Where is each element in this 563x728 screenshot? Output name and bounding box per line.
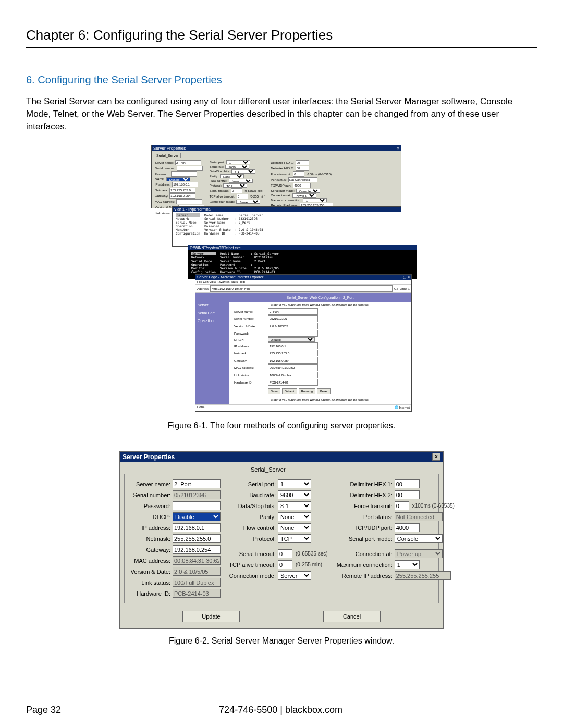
mgr-flow[interactable]: None xyxy=(229,179,253,183)
mgr-ft-hint: x100ms (0-65535) xyxy=(306,172,332,176)
web-lbl: MAC address: xyxy=(234,366,265,369)
lbl-password: Password: xyxy=(130,503,170,509)
lbl-ip: IP address: xyxy=(130,525,170,531)
mgr-d1[interactable] xyxy=(296,160,309,165)
mgr-ip[interactable] xyxy=(172,182,198,187)
telnet-menu-item[interactable]: Monitor xyxy=(191,266,216,270)
page-number: Page 32 xyxy=(26,705,61,715)
force-transmit-input[interactable] xyxy=(395,501,409,510)
telnet-menu-item[interactable]: Configuration xyxy=(191,270,216,274)
connection-mode-select[interactable]: Server xyxy=(278,571,311,580)
parity-select[interactable]: None xyxy=(278,512,311,521)
delimiter-hex-1-input[interactable] xyxy=(395,479,420,488)
mgr-ta-hint: (0-255 min) xyxy=(250,195,266,198)
tab-serial-server[interactable]: Serial_Server xyxy=(244,465,292,474)
password-input[interactable] xyxy=(173,501,221,510)
web-dhcp[interactable]: Disable xyxy=(268,337,315,342)
mgr-netmask[interactable] xyxy=(169,188,195,193)
web-save-button[interactable]: Save xyxy=(268,388,280,394)
close-icon[interactable]: × xyxy=(432,453,440,461)
mgr-cm[interactable]: Server xyxy=(236,200,260,204)
lbl-spm: Serial port mode: xyxy=(335,536,393,542)
console-menu-item[interactable]: Network xyxy=(176,217,200,220)
server-name-input[interactable] xyxy=(173,479,221,488)
browser-menubar[interactable]: File Edit View Favorites Tools Help xyxy=(195,280,411,285)
mgr-proto[interactable]: TCP xyxy=(223,183,247,188)
dhcp-select[interactable]: Disable xyxy=(173,512,221,521)
manager-tab[interactable]: Serial_Server xyxy=(154,153,181,158)
mgr-dhcp[interactable]: Disable xyxy=(166,177,190,181)
telnet-field-label: Model Name xyxy=(220,252,247,255)
flow-control-select[interactable]: None xyxy=(278,523,311,532)
serial-port-mode-select[interactable]: Console xyxy=(395,534,443,543)
browser-window-buttons[interactable]: ▢ × xyxy=(403,275,410,279)
web-default-button[interactable]: Default xyxy=(282,388,297,394)
update-button[interactable]: Update xyxy=(182,611,240,622)
mgr-parity[interactable]: None xyxy=(220,174,244,178)
web-password[interactable] xyxy=(268,330,318,337)
ip-address-input[interactable] xyxy=(173,523,221,532)
mgr-mc[interactable]: 1 xyxy=(303,198,327,202)
telnet-menu-item[interactable]: Network xyxy=(191,255,216,259)
mgr-password[interactable] xyxy=(171,171,197,177)
lbl-conn-mode: Connection mode: xyxy=(228,573,276,579)
telnet-menu-item[interactable]: Operation xyxy=(191,263,216,266)
mgr-lbl-baud: Baud rate: xyxy=(210,165,224,168)
lbl-mac: MAC address: xyxy=(130,558,170,564)
serial-port-select[interactable]: 1 xyxy=(278,479,311,488)
console-menu-item[interactable]: Monitor xyxy=(176,228,200,231)
address-bar[interactable] xyxy=(210,285,393,292)
cancel-button[interactable]: Cancel xyxy=(323,611,381,622)
tcp-alive-input[interactable] xyxy=(278,560,292,569)
server-properties-window: Server Properties × Serial_Server Server… xyxy=(119,451,444,629)
data-stop-select[interactable]: 8-1 xyxy=(278,501,311,510)
mgr-lbl-sp: Serial port: xyxy=(210,161,225,164)
web-server-name[interactable] xyxy=(268,308,318,315)
gateway-input[interactable] xyxy=(173,545,221,554)
protocol-select[interactable]: TCP xyxy=(278,534,311,543)
delimiter-hex-2-input[interactable] xyxy=(395,490,420,499)
console-menu-item[interactable]: Serial Mode xyxy=(176,220,200,224)
web-gateway[interactable] xyxy=(268,357,318,364)
console-menu-item[interactable]: Server xyxy=(176,213,200,217)
go-button[interactable]: Go xyxy=(394,287,398,290)
web-ip[interactable] xyxy=(268,342,318,349)
mgr-spm[interactable]: Console xyxy=(296,189,320,193)
web-netmask[interactable] xyxy=(268,350,318,356)
mgr-server-name-input[interactable] xyxy=(175,160,201,165)
max-connection-select[interactable]: 1 xyxy=(395,560,420,569)
mgr-sp[interactable]: 1 xyxy=(226,160,250,164)
serial-timeout-input[interactable] xyxy=(278,549,292,558)
baud-rate-select[interactable]: 9600 xyxy=(278,490,311,499)
mgr-ft[interactable] xyxy=(293,171,304,177)
mgr-baud[interactable]: 9600 xyxy=(225,165,249,169)
web-side-link[interactable]: Server xyxy=(198,303,227,307)
console-menu-item[interactable]: Operation xyxy=(176,224,200,228)
console-field-value: : xyxy=(235,224,263,228)
telnet-field-value: : 2_Port xyxy=(251,259,279,263)
web-lbl: DHCP: xyxy=(234,338,265,341)
web-side-link[interactable]: Operation xyxy=(198,319,227,323)
web-lbl: Link status: xyxy=(234,374,265,377)
lbl-server-name: Server name: xyxy=(130,481,170,487)
mgr-d2[interactable] xyxy=(296,166,309,171)
web-side-link[interactable]: Serial Port xyxy=(198,311,227,315)
mgr-lbl-gateway: Gateway: xyxy=(155,194,168,198)
netmask-input[interactable] xyxy=(173,534,221,543)
web-running-button[interactable]: Running xyxy=(299,388,315,394)
links-label[interactable]: Links » xyxy=(400,287,410,290)
tcp-udp-port-input[interactable] xyxy=(395,523,420,532)
console-menu-item[interactable]: Configuration xyxy=(176,231,200,235)
lbl-delim2: Delimiter HEX 2: xyxy=(335,492,393,498)
telnet-menu-item[interactable]: Server xyxy=(191,252,216,255)
mgr-tu[interactable] xyxy=(293,183,311,188)
mgr-st[interactable] xyxy=(231,188,242,193)
mgr-ds[interactable]: 8-1 xyxy=(231,169,255,174)
close-icon[interactable]: × xyxy=(397,146,399,151)
telnet-menu-item[interactable]: Serial Mode xyxy=(191,259,216,263)
lbl-delim1: Delimiter HEX 1: xyxy=(335,481,393,487)
console-field-value: : 0521012396 xyxy=(235,217,263,220)
web-reset-button[interactable]: Reset xyxy=(317,388,331,394)
mgr-gateway[interactable] xyxy=(169,193,195,199)
mgr-ta[interactable] xyxy=(237,194,248,199)
